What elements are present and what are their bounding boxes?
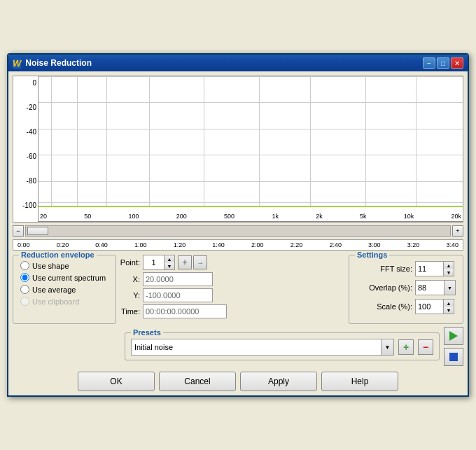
presets-label: Presets — [131, 328, 163, 337]
fft-input[interactable] — [416, 262, 444, 276]
presets-group: Presets ▼ + − — [125, 332, 440, 360]
time-20: 0:20 — [57, 241, 69, 248]
y-input[interactable] — [143, 288, 213, 302]
point-spinbox[interactable]: ▲ ▼ — [143, 255, 175, 270]
minimize-button[interactable]: − — [423, 57, 435, 69]
time-240: 2:40 — [329, 241, 342, 248]
use-average-item[interactable]: Use average — [20, 285, 108, 294]
fft-spin-down[interactable]: ▼ — [444, 269, 454, 276]
remove-point-button[interactable]: → — [193, 255, 207, 269]
reduction-envelope-group: Reduction envelope Use shape Use current… — [13, 255, 116, 324]
overlap-input[interactable] — [416, 281, 444, 295]
maximize-button[interactable]: □ — [437, 57, 449, 69]
y-label: Y: — [119, 291, 140, 300]
point-spin-down[interactable]: ▼ — [164, 262, 174, 269]
x-label-5k: 5k — [360, 213, 367, 220]
cancel-button[interactable]: Cancel — [159, 372, 236, 391]
scrollbar-thumb[interactable] — [27, 227, 48, 235]
playback-buttons — [444, 327, 463, 366]
use-shape-label: Use shape — [32, 262, 69, 270]
scale-row: Scale (%): ▲ ▼ — [356, 299, 456, 314]
time-220: 2:20 — [290, 241, 303, 248]
x-axis: 20 50 100 200 500 1k 2k 5k 10k 20k — [38, 213, 463, 220]
time-label: Time: — [119, 307, 140, 316]
add-point-button[interactable]: + — [178, 255, 192, 269]
scale-spin-up[interactable]: ▲ — [444, 300, 454, 307]
use-shape-radio[interactable] — [20, 261, 29, 270]
preset-delete-button[interactable]: − — [418, 339, 433, 355]
scale-input[interactable] — [416, 300, 444, 314]
time-340: 3:40 — [446, 241, 458, 248]
use-shape-item[interactable]: Use shape — [20, 261, 108, 270]
y-label-0: 0 — [15, 79, 36, 87]
settings-group: Settings FFT size: ▲ ▼ Overlap (%): — [349, 255, 463, 324]
x-input[interactable] — [143, 272, 213, 286]
presets-input[interactable] — [132, 339, 381, 355]
fft-row: FFT size: ▲ ▼ — [356, 261, 456, 276]
help-button[interactable]: Help — [321, 372, 398, 391]
point-label: Point: — [119, 258, 140, 267]
stop-button[interactable] — [444, 348, 463, 366]
window-body: 0 -20 -40 -60 -80 -100 — [8, 71, 468, 395]
fft-spin-up[interactable]: ▲ — [444, 262, 454, 269]
y-row: Y: — [119, 288, 346, 302]
use-clipboard-radio — [20, 297, 29, 306]
scroll-right-button[interactable]: + — [452, 225, 463, 237]
ok-button[interactable]: OK — [78, 372, 155, 391]
x-label-50: 50 — [84, 213, 91, 220]
overlap-label: Overlap (%): — [356, 283, 412, 292]
overlap-row: Overlap (%): ▼ — [356, 280, 456, 295]
y-label-20: -20 — [15, 104, 36, 111]
x-label-20: 20 — [40, 213, 47, 220]
use-current-radio[interactable] — [20, 273, 29, 282]
fft-label: FFT size: — [356, 265, 412, 273]
chart-container: 0 -20 -40 -60 -80 -100 — [13, 76, 463, 223]
point-fields-area: Point: ▲ ▼ + → X: — [119, 255, 346, 324]
presets-combo[interactable]: ▼ — [131, 339, 394, 356]
use-current-label: Use current spectrum — [32, 274, 106, 282]
time-300: 3:00 — [368, 241, 381, 248]
scroll-left-button[interactable]: − — [13, 225, 24, 237]
play-icon — [449, 331, 458, 341]
point-row: Point: ▲ ▼ + → — [119, 255, 346, 270]
title-bar-left: W Noise Reduction — [13, 58, 92, 69]
scrollbar-container: − + — [13, 225, 463, 237]
play-button[interactable] — [444, 327, 463, 345]
scale-spin-down[interactable]: ▼ — [444, 307, 454, 314]
scale-label: Scale (%): — [356, 302, 412, 311]
y-label-60: -60 — [15, 153, 36, 160]
y-label-80: -80 — [15, 177, 36, 185]
overlap-dropdown-btn[interactable]: ▼ — [444, 281, 455, 295]
noise-reduction-window: W Noise Reduction − □ ✕ 0 -20 -40 -60 -8… — [7, 53, 469, 397]
time-ruler-marks: 0:00 0:20 0:40 1:00 1:20 1:40 2:00 2:20 … — [16, 241, 460, 248]
overlap-combo[interactable]: ▼ — [415, 280, 456, 295]
close-button[interactable]: ✕ — [451, 57, 463, 69]
scale-spinbox[interactable]: ▲ ▼ — [415, 299, 454, 314]
y-label-100: -100 — [15, 202, 36, 209]
point-input[interactable] — [144, 255, 164, 269]
apply-button[interactable]: Apply — [240, 372, 317, 391]
time-row: Time: — [119, 304, 346, 318]
x-label-200: 200 — [176, 213, 187, 220]
chart-plot[interactable]: 20 50 100 200 500 1k 2k 5k 10k 20k — [38, 76, 463, 222]
time-100: 1:00 — [134, 241, 147, 248]
preset-add-button[interactable]: + — [398, 339, 414, 355]
window-title: Noise Reduction — [25, 58, 92, 68]
presets-row: Presets ▼ + − — [13, 327, 463, 366]
fft-spinbox[interactable]: ▲ ▼ — [415, 261, 454, 276]
presets-dropdown-btn[interactable]: ▼ — [381, 339, 393, 355]
time-40: 0:40 — [95, 241, 108, 248]
point-spin-buttons: ▲ ▼ — [164, 255, 174, 269]
scrollbar-track[interactable] — [25, 225, 451, 237]
use-average-radio[interactable] — [20, 285, 29, 294]
use-current-item[interactable]: Use current spectrum — [20, 273, 108, 282]
y-axis: 0 -20 -40 -60 -80 -100 — [13, 76, 38, 222]
time-120: 1:20 — [174, 241, 186, 248]
time-input[interactable] — [143, 304, 227, 318]
point-spin-up[interactable]: ▲ — [164, 255, 174, 262]
use-clipboard-label: Use clipboard — [32, 297, 79, 306]
app-icon: W — [13, 58, 21, 69]
title-bar-buttons: − □ ✕ — [423, 57, 463, 69]
footer-buttons: OK Cancel Apply Help — [13, 370, 463, 391]
green-line — [38, 206, 463, 207]
